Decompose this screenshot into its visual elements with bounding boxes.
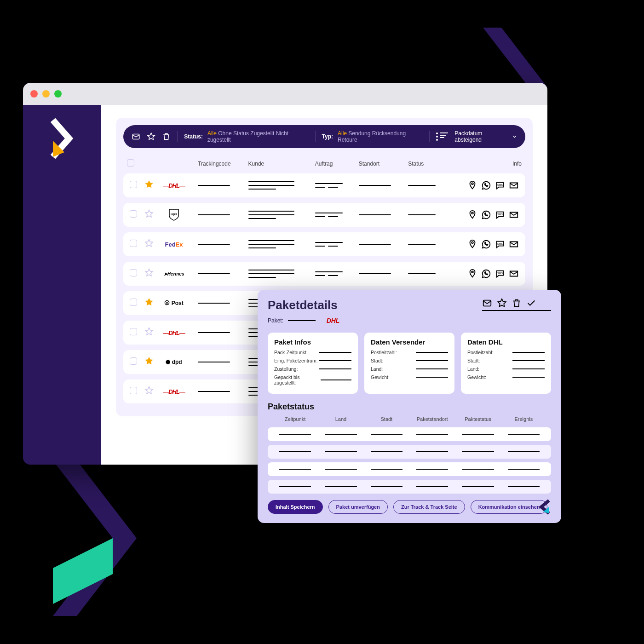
move-button[interactable]: Paket umverfügen [328,500,388,514]
col-tracking: Trackingcode [194,159,245,168]
row-checkbox[interactable] [130,210,137,218]
paketstatus-title: Paketstatus [268,402,551,412]
card-title: Daten Versender [371,338,448,346]
paket-carrier-badge: DHL [320,315,346,326]
col-status: Status [404,159,448,168]
pin-icon[interactable] [467,239,477,249]
status-row[interactable] [268,445,551,459]
kv-row: Eing. Paketzentrum: [274,358,351,363]
row-checkbox[interactable] [130,328,137,335]
status-row[interactable] [268,462,551,476]
col-customer: Kunde [245,159,311,168]
info-icons: SMS [452,269,519,279]
trash-icon[interactable] [162,132,171,141]
carrier-badge: FedEx [161,239,187,250]
filter-option[interactable]: Zugestellt [250,130,274,137]
info-icons: SMS [452,180,519,190]
filter-option[interactable]: Alle [207,130,217,137]
filter-option[interactable]: Alle [338,130,347,137]
trash-icon[interactable] [512,298,522,308]
svg-text:SMS: SMS [497,272,503,275]
card-title: Paket Infos [274,338,351,346]
app-logo-icon [48,118,76,159]
table-row[interactable]: FedExSMS [123,232,525,256]
table-row[interactable]: —DHL—SMS [123,173,525,197]
mail-icon[interactable] [509,210,519,220]
sms-icon[interactable]: SMS [495,210,505,220]
col-order: Auftrag [311,159,355,168]
star-icon[interactable] [144,209,154,218]
svg-text:ups: ups [171,212,178,216]
sms-icon[interactable]: SMS [495,269,505,279]
bg-chevron-bottom [53,460,172,616]
sort-label: Packdatum absteigend [454,130,507,143]
whatsapp-icon[interactable] [481,269,491,279]
kv-row: Stadt: [371,358,448,363]
pin-icon[interactable] [467,180,477,190]
modal-title: Paketdetails [268,298,338,312]
status-label: Status: [184,133,203,140]
star-icon[interactable] [144,268,154,277]
window-max-dot[interactable] [54,90,62,98]
table-row[interactable]: ➤HermesSMS [123,262,525,286]
kv-row: Gepackt bis zugestellt: [274,374,351,385]
row-checkbox[interactable] [130,181,137,188]
star-icon[interactable] [144,386,154,395]
star-icon[interactable] [497,298,507,308]
check-icon[interactable] [526,298,536,308]
row-checkbox[interactable] [130,269,137,276]
svg-text:SMS: SMS [497,213,503,216]
paketstatus-header: ZeitpunktLandStadtPaketstandortPaktestat… [268,414,551,424]
card-title: Daten DHL [467,338,545,346]
select-all-checkbox[interactable] [127,159,134,167]
status-row[interactable] [268,427,551,441]
track-button[interactable]: Zur Track & Track Seite [393,500,465,514]
table-row[interactable]: upsSMS [123,203,525,227]
sms-icon[interactable]: SMS [495,180,505,190]
row-checkbox[interactable] [130,299,137,306]
star-icon[interactable] [144,356,154,366]
sms-icon[interactable]: SMS [495,239,505,249]
row-checkbox[interactable] [130,357,137,365]
kv-row: Gewicht: [371,374,448,380]
save-button[interactable]: Inhalt Speichern [268,500,323,514]
window-close-dot[interactable] [30,90,38,98]
row-checkbox[interactable] [130,387,137,394]
mail-icon[interactable] [132,132,140,141]
whatsapp-icon[interactable] [481,210,491,220]
kv-row: Postleitzahl: [371,350,448,355]
filter-option[interactable]: Sendung [348,130,370,137]
mail-icon[interactable] [509,180,519,190]
status-row[interactable] [268,480,551,494]
star-icon[interactable] [144,298,154,307]
filter-bar: Status: Alle Ohne Status Zugestellt Nich… [123,125,525,148]
pin-icon[interactable] [467,210,477,220]
whatsapp-icon[interactable] [481,239,491,249]
star-icon[interactable] [144,239,154,248]
window-min-dot[interactable] [42,90,50,98]
star-icon[interactable] [147,132,155,141]
separator [315,131,316,142]
kv-row: Land: [467,366,545,372]
mail-icon[interactable] [509,269,519,279]
star-icon[interactable] [144,327,154,336]
row-checkbox[interactable] [130,240,137,247]
col-info: Info [448,159,525,168]
carrier-badge: ⦿ Post [161,298,187,309]
sort-dropdown[interactable]: Packdatum absteigend [436,130,517,143]
paket-value [288,320,316,321]
chevron-down-icon [512,134,517,139]
filter-option[interactable]: Ohne Status [218,130,249,137]
star-icon[interactable] [144,180,154,189]
col-location: Standort [355,159,405,168]
mail-icon[interactable] [509,239,519,249]
whatsapp-icon[interactable] [481,180,491,190]
filter-option[interactable]: Retoure [338,137,357,143]
kv-row: Pack-Zeitpunkt: [274,350,351,355]
info-icons: SMS [452,210,519,220]
mail-icon[interactable] [482,298,492,308]
filter-option[interactable]: Rücksendung [372,130,406,137]
carrier-badge: —DHL— [161,180,187,191]
svg-text:SMS: SMS [497,242,503,245]
pin-icon[interactable] [467,269,477,279]
